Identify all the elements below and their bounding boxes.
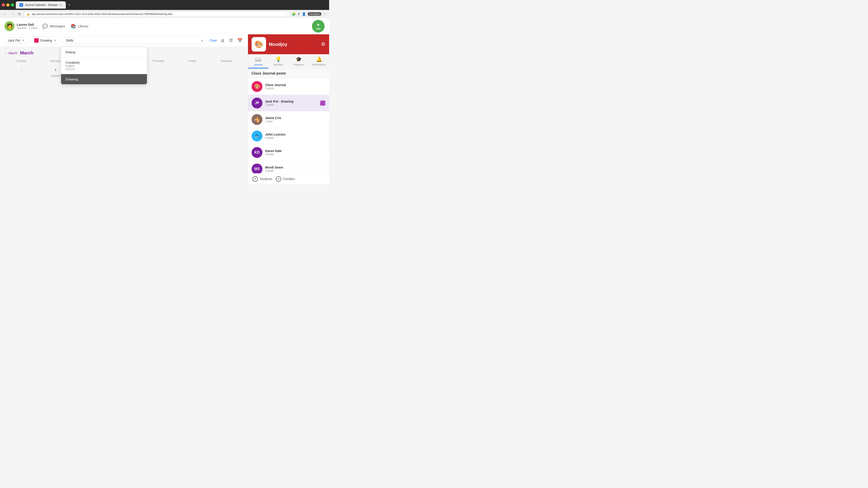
clear-button[interactable]: Clear [210,39,217,42]
folder-filter-value: Drawing [40,39,52,42]
avatar: 🧑 [4,21,14,31]
refresh-button[interactable]: ↻ [17,11,22,17]
student-filter-value: Jack Pot [8,39,20,42]
student-item-class-journal[interactable]: 🎨 Class Journal 9 posts [248,78,329,95]
activities-icon: 💡 [275,57,281,62]
incognito-badge: Incognito [308,12,321,16]
jamie-cris-info: Jamie Cris 1 post [265,116,326,123]
add-button[interactable]: + Add [312,20,324,33]
close-button[interactable] [2,3,5,6]
user-info: 🧑 Lauren Deli Teacher · 1 Class [4,21,38,31]
tab-favicon: S [20,3,23,7]
jamie-cris-posts: 1 post [265,120,326,123]
tab-activities[interactable]: 💡 Activities [268,54,289,68]
tab-journal-label: Journal [254,63,262,66]
cal-cell-8[interactable] [176,64,209,83]
add-label: Add [316,28,320,30]
tab-title: Journal Calendar - Seesaw [25,3,58,6]
add-families-button[interactable]: + Families [276,176,295,182]
tab-progress[interactable]: 🎓 Progress [289,54,309,68]
print-button[interactable]: 🖨 [220,37,225,44]
skills-dropdown: Rating Creativity English 4.ELS.1 Drawin… [61,47,147,84]
main-content: Jack Pot ▼ Drawing ▼ Skills ▲ Clear 🖨 ☰ … [0,34,329,184]
header-nav: 💬 Messages 📚 Library [42,24,173,29]
list-view-button[interactable]: ☰ [228,37,234,44]
browser-actions: 🧩 ⬇ 👤 Incognito ⋮ [292,12,327,16]
messages-label: Messages [50,24,65,28]
forward-button[interactable]: → [10,11,16,17]
gear-icon[interactable]: ⚙ [321,41,326,47]
tab-activities-label: Activities [274,63,283,66]
star-icon: ☆ [285,13,287,15]
tab-notifications-label: Notifications [312,63,326,66]
month-back-button[interactable]: ← March [4,51,18,55]
dropdown-creativity-sub: English [66,64,143,68]
browser-chrome: S Journal Calendar - Seesaw ✕ + [0,0,329,10]
folder-filter[interactable]: Drawing ▼ [31,37,60,44]
new-tab-button[interactable]: + [67,2,73,8]
extensions-button[interactable]: 🧩 [292,12,296,16]
tab-bar: S Journal Calendar - Seesaw ✕ + [16,1,327,8]
class-journal-name: Class Journal [265,83,326,87]
user-name: Lauren Deli [17,23,38,26]
john-louises-avatar: 🐟 [252,131,262,141]
moodjoy-name: Moodjoy [269,42,287,47]
calendar-area: Jack Pot ▼ Drawing ▼ Skills ▲ Clear 🖨 ☰ … [0,34,248,184]
tab-close-icon[interactable]: ✕ [59,3,62,7]
library-icon: 📚 [70,24,76,29]
messages-icon: 💬 [42,24,48,29]
folder-color-icon [34,38,39,43]
class-journal-info: Class Journal 9 posts [265,83,326,90]
downloads-button[interactable]: ⬇ [298,12,300,16]
maximize-button[interactable] [11,3,14,6]
messages-nav[interactable]: 💬 Messages [42,24,65,29]
address-bar: ← → ↻ 🔒 app.seesaw.me/#/class/class.e01b… [0,10,329,18]
cal-date-4: 4 [52,66,59,73]
student-item-mordi-seem[interactable]: MS Mordi Seem 5 posts [248,161,329,173]
tab-journal[interactable]: 📖 Journal [248,54,268,68]
dropdown-creativity-title: Creativity [66,61,143,64]
url-bar[interactable]: 🔒 app.seesaw.me/#/class/class.e01bf4c2-9… [24,11,290,17]
back-button[interactable]: ← [3,11,8,17]
cal-date-3: 3 [18,66,25,73]
menu-button[interactable]: ⋮ [323,12,327,16]
student-item-karen-dale[interactable]: KD Karen Dale 5 posts [248,144,329,161]
active-tab[interactable]: S Journal Calendar - Seesaw ✕ [16,1,66,8]
student-item-jack-pot[interactable]: JP Jack Pot - Drawing 7 posts 🟪 [248,95,329,111]
mordi-seem-name: Mordi Seem [265,166,326,169]
tab-progress-label: Progress [293,63,304,66]
dropdown-item-drawing[interactable]: Drawing [61,74,147,84]
sidebar-section-header: Class Journal posts [248,69,329,78]
add-families-label: Families [283,177,295,181]
student-item-john-louises[interactable]: 🐟 John Louises 6 posts [248,128,329,144]
day-header-fri: Friday [176,57,209,64]
sidebar-content: Class Journal posts 🎨 Class Journal 9 po… [248,69,329,173]
karen-dale-posts: 5 posts [265,153,326,156]
karen-dale-avatar: KD [252,147,262,158]
library-nav[interactable]: 📚 Library [70,24,88,29]
window-controls [2,3,14,6]
drawing-folder-icon: 🟪 [320,100,326,106]
cal-cell-3[interactable]: 3 [4,64,38,83]
john-louises-name: John Louises [265,133,326,136]
sidebar-section-title: Class Journal posts [252,71,286,75]
mordi-seem-avatar: MS [252,164,262,173]
add-students-button[interactable]: + Students [252,176,272,182]
dropdown-item-rating[interactable]: Rating [61,47,147,57]
progress-icon: 🎓 [296,57,302,62]
calendar-view-button[interactable]: 📅 [237,37,243,44]
add-families-icon: + [276,176,281,182]
folder-chevron-icon: ▼ [54,39,57,42]
student-filter[interactable]: Jack Pot ▼ [4,37,28,44]
mordi-seem-posts: 5 posts [265,169,326,172]
skills-filter[interactable]: Skills ▲ [63,37,207,44]
minimize-button[interactable] [6,3,9,6]
cal-cell-9[interactable] [210,64,243,83]
dropdown-item-creativity[interactable]: Creativity English 4.ELS.1 [61,57,147,74]
add-section: + Students + Families [248,173,329,184]
tab-notifications[interactable]: 🔔 Notifications [309,54,329,68]
profile-button[interactable]: 👤 [302,12,306,16]
student-item-jamie-cris[interactable]: 🐴 Jamie Cris 1 post [248,111,329,128]
right-sidebar: 🎨 Moodjoy ⚙ 📖 Journal 💡 Activities 🎓 Pro [248,34,329,184]
sidebar-tabs: 📖 Journal 💡 Activities 🎓 Progress 🔔 Noti… [248,54,329,69]
